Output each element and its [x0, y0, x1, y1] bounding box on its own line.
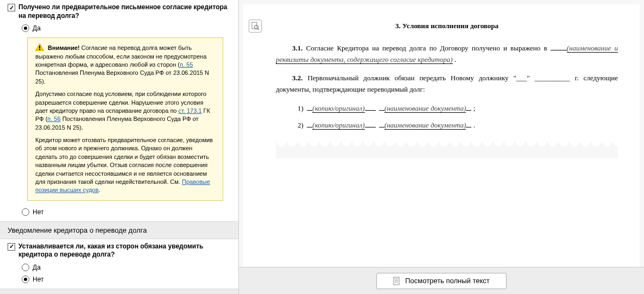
- q2-radio-no[interactable]: [22, 276, 29, 283]
- warn-p1b: Постановления Пленума Верховного Суда РФ…: [35, 69, 209, 84]
- li2-a: (копию/оригинал): [312, 121, 364, 130]
- clause-3-1: 3.1. Согласие Кредитора на перевод долга…: [276, 43, 618, 66]
- q1-radio-no-row[interactable]: Нет: [22, 206, 231, 218]
- document-area: 3. Условия исполнения договора 3.1. Согл…: [243, 4, 640, 267]
- li1-a: (копию/оригинал): [312, 104, 364, 113]
- q1-yes-label: Да: [33, 24, 41, 32]
- clause-3-2-a: Первоначальный должник обязан передать Н…: [276, 74, 618, 93]
- li2-num: 2): [298, 121, 304, 129]
- svg-rect-1: [39, 46, 40, 48]
- q1-text: Получено ли предварительное письменное с…: [18, 3, 231, 20]
- q2-radio-yes-row[interactable]: Да: [22, 261, 231, 273]
- section-header-documents: Документы и сведения о долге: [0, 289, 238, 294]
- warn-link3[interactable]: п. 56: [47, 116, 60, 122]
- section-header-notification: Уведомление кредитора о переводе долга: [0, 221, 238, 239]
- li1-num: 1): [298, 104, 304, 112]
- warning-icon: [35, 43, 44, 51]
- q1-radio-yes-row[interactable]: Да: [22, 22, 231, 34]
- doc-list-item-1: 1) (копию/оригинал) (наименование докуме…: [298, 103, 618, 114]
- clause-3-2-num: 3.2.: [292, 74, 303, 82]
- q2-yes-label: Да: [33, 264, 41, 271]
- q1-radio-no[interactable]: [22, 208, 29, 216]
- warn-link2[interactable]: ст. 173.1: [179, 107, 202, 114]
- clause-3-1-b: .: [453, 55, 457, 63]
- clause-3-2: 3.2. Первоначальный должник обязан перед…: [276, 73, 618, 95]
- warn-p3a: Кредитор может отозвать предварительное …: [35, 137, 213, 185]
- doc-list-item-2: 2) (копию/оригинал) (наименование докуме…: [298, 120, 618, 131]
- clause-3-1-num: 3.1.: [292, 44, 303, 52]
- torn-edge: [276, 148, 618, 158]
- q1-checkbox[interactable]: [8, 4, 15, 11]
- warn-link1[interactable]: п. 55: [180, 61, 193, 68]
- preview-zoom-icon[interactable]: [249, 20, 262, 33]
- q2-radio-no-row[interactable]: Нет: [22, 273, 231, 285]
- svg-rect-7: [394, 277, 399, 285]
- warn-title: Внимание!: [48, 44, 80, 51]
- right-preview-pane: 3. Условия исполнения договора 3.1. Согл…: [239, 0, 644, 294]
- document-content: 3. Условия исполнения договора 3.1. Согл…: [243, 4, 640, 169]
- q2-checkbox[interactable]: [8, 243, 15, 251]
- q2-text: Устанавливается ли, какая из сторон обяз…: [18, 242, 231, 259]
- view-full-text-button[interactable]: Посмотреть полный текст: [376, 273, 507, 289]
- doc-title: 3. Условия исполнения договора: [276, 21, 618, 32]
- svg-line-6: [258, 29, 260, 30]
- full-text-label: Посмотреть полный текст: [405, 277, 490, 285]
- document-icon: [393, 277, 401, 285]
- warning-box: Внимание! Согласие на перевод долга може…: [27, 37, 223, 201]
- q1-no-label: Нет: [33, 208, 43, 216]
- right-footer: Посмотреть полный текст: [239, 267, 644, 294]
- q2-radio-yes[interactable]: [22, 264, 29, 271]
- svg-rect-2: [39, 49, 40, 50]
- warn-p3b: .: [99, 187, 100, 193]
- left-questionnaire-pane: Получено ли предварительное письменное с…: [0, 0, 239, 294]
- q2-no-label: Нет: [33, 276, 43, 283]
- li2-b: (наименование документа): [384, 121, 466, 130]
- q1-radio-yes[interactable]: [22, 24, 29, 32]
- clause-3-1-a: Согласие Кредитора на перевод долга по Д…: [303, 44, 551, 52]
- li1-b: (наименование документа): [384, 104, 466, 113]
